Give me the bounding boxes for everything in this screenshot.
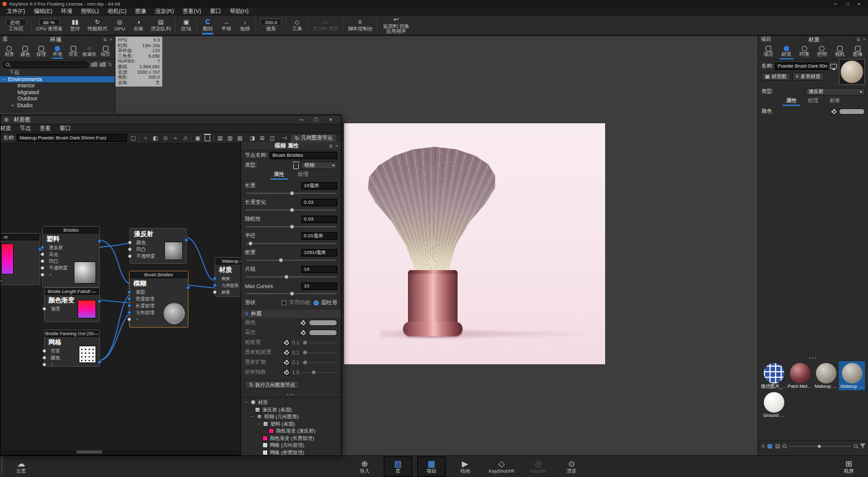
texture-map-icon[interactable] bbox=[283, 369, 290, 375]
tab-environments[interactable]: 环境 bbox=[50, 43, 66, 59]
tab-textures[interactable]: 纹理 bbox=[297, 171, 310, 180]
project-toggle-button[interactable]: ▦项目 bbox=[417, 457, 446, 477]
input-port[interactable] bbox=[127, 304, 131, 308]
list-view-icon[interactable]: ≡ bbox=[761, 443, 764, 449]
graph-maximize-button[interactable]: □ bbox=[314, 116, 317, 123]
output-port[interactable] bbox=[97, 360, 102, 364]
align-left-icon[interactable]: ◨ bbox=[248, 134, 256, 142]
tab-colors[interactable]: 颜色 bbox=[17, 43, 33, 59]
output-port[interactable] bbox=[97, 299, 102, 304]
multi-material-button[interactable]: ≡多层材质 bbox=[792, 72, 825, 81]
texture-map-icon[interactable] bbox=[300, 320, 306, 326]
folder-add-icon[interactable] bbox=[99, 62, 106, 67]
menu-window[interactable]: 窗口 bbox=[206, 7, 226, 15]
material-name-input[interactable]: Makeup Powder Brush Dark 50mm Fuzz bbox=[17, 134, 127, 142]
texture-map-icon[interactable] bbox=[831, 108, 837, 115]
library-search-input[interactable] bbox=[2, 61, 89, 68]
execute-geometry-node-button[interactable]: ↻执行几何图形节点 bbox=[245, 380, 299, 389]
density-slider[interactable]: 密度1051/毫米 bbox=[241, 247, 341, 264]
output-port[interactable] bbox=[97, 239, 102, 243]
input-port[interactable] bbox=[42, 349, 46, 353]
tree-item-environments[interactable]: −Environments bbox=[0, 76, 115, 83]
input-port[interactable] bbox=[127, 310, 131, 315]
keyvr-button[interactable]: ◎KeyVR bbox=[524, 457, 552, 477]
length-variation-value[interactable]: 0.03 bbox=[301, 199, 337, 206]
graph-minimize-button[interactable]: ─ bbox=[299, 116, 303, 123]
node-diffuse[interactable]: 漫反射 颜色 凹凸 不透明度 bbox=[130, 228, 187, 264]
menu-help[interactable]: 帮助(H) bbox=[226, 7, 254, 15]
pan-button[interactable]: ↔ 平移 bbox=[217, 15, 236, 35]
length-slider[interactable]: 长度10毫米 bbox=[241, 180, 341, 197]
roughness-value[interactable]: 0.1 bbox=[292, 339, 299, 346]
zoom-out-icon[interactable] bbox=[782, 444, 786, 448]
max-curves-slider[interactable]: Max Curves10 bbox=[241, 281, 341, 297]
preview-material-icon[interactable]: ▥ bbox=[226, 134, 234, 142]
graph-menu-material[interactable]: 材质 bbox=[1, 125, 16, 133]
roughness-slider[interactable] bbox=[302, 340, 337, 345]
shape-normal-checkbox[interactable] bbox=[281, 300, 286, 305]
switch-app-button[interactable]: ↩ 返回到 切换应用程序 bbox=[379, 15, 414, 35]
node-type-dropdown[interactable]: 模糊▾ bbox=[301, 162, 337, 169]
max-curves-value[interactable]: 10 bbox=[301, 282, 337, 290]
fov-selector[interactable]: 200.0 视角 bbox=[257, 15, 285, 35]
region-button[interactable]: ▣ 区域 bbox=[177, 15, 195, 35]
material-graph-button[interactable]: ▦材质图 bbox=[761, 72, 790, 81]
input-port[interactable] bbox=[213, 290, 217, 294]
shape-cylindrical-radio[interactable] bbox=[314, 300, 319, 305]
node-name-input[interactable]: Brush Bristles bbox=[270, 152, 337, 159]
grid-view-icon[interactable]: ▦ bbox=[767, 443, 773, 449]
menu-file[interactable]: 文件(F) bbox=[2, 7, 30, 15]
input-port[interactable] bbox=[40, 245, 45, 250]
tree-item-outdoor[interactable]: Outdoor bbox=[0, 95, 115, 102]
high-dpi-button[interactable]: ▭ 高 DPI 渲染 bbox=[309, 15, 342, 35]
tree-view-icon[interactable]: ▤ bbox=[775, 443, 781, 449]
save-icon[interactable]: ▢ bbox=[129, 134, 137, 142]
randomness-slider[interactable]: 随机性0.03 bbox=[241, 214, 341, 230]
tab-scene[interactable]: 场景 bbox=[760, 43, 777, 59]
material-thumb-wechat[interactable]: 微信图片_… bbox=[761, 361, 787, 390]
material-preview[interactable] bbox=[839, 59, 865, 85]
input-port[interactable] bbox=[128, 247, 132, 252]
undock-icon[interactable]: ⧉ bbox=[857, 37, 860, 42]
minimize-button[interactable]: ─ bbox=[834, 1, 838, 7]
realtime-render-viewport[interactable] bbox=[344, 123, 605, 364]
panel-splitter[interactable]: ••• bbox=[758, 356, 868, 361]
specular-swatch[interactable] bbox=[309, 330, 337, 336]
node-brush-bristles-fuzz[interactable]: Brush Bristles 模糊 表面 密度纹理 长度纹理 方向纹理 + bbox=[129, 271, 188, 328]
material-thumb-ground[interactable]: Ground … bbox=[761, 390, 787, 419]
add-color-icon[interactable]: ⊙ bbox=[161, 134, 169, 142]
menu-edit[interactable]: 编辑(E) bbox=[30, 7, 57, 15]
radius-slider[interactable]: 半径0.01毫米 bbox=[241, 230, 341, 247]
tab-image[interactable]: 图像 bbox=[849, 43, 867, 59]
maximize-button[interactable]: □ bbox=[846, 1, 849, 7]
density-value[interactable]: 1051/毫米 bbox=[301, 249, 337, 256]
graph-menu-view[interactable]: 查看 bbox=[35, 125, 55, 133]
tree-item-migrated[interactable]: Migrated bbox=[0, 89, 115, 96]
node-fanning-out[interactable]: Bristle Fanning Out (Sh— 网格 背景 颜色 + bbox=[44, 330, 100, 367]
performance-mode-button[interactable]: ↻ 性能模式 bbox=[84, 15, 110, 35]
dolly-button[interactable]: ↓ 推移 bbox=[236, 15, 254, 35]
close-icon[interactable]: × bbox=[335, 144, 338, 149]
cpu-usage-selector[interactable]: 88 % CPU 使用量 bbox=[33, 15, 66, 35]
align-grid-icon[interactable]: ⊞ bbox=[258, 134, 266, 142]
material-name-input[interactable]: Powder Brush Dark 50mm Fuzz bbox=[775, 63, 828, 70]
input-port[interactable] bbox=[1, 279, 2, 282]
tree-item-gradient-length[interactable]: 颜色渐变 (长度纹理) bbox=[241, 435, 341, 442]
workspace-dropdown[interactable]: 启动 bbox=[6, 19, 27, 26]
material-thumb-makeup-2-selected[interactable]: Makeup … bbox=[839, 361, 865, 390]
graph-close-button[interactable]: × bbox=[329, 116, 332, 123]
add-animation-icon[interactable]: ⚠ bbox=[181, 134, 189, 142]
tab-materials[interactable]: 材质 bbox=[1, 43, 17, 59]
trans-scatter-value[interactable]: 0.1 bbox=[292, 359, 299, 365]
texture-map-icon[interactable] bbox=[283, 349, 290, 356]
denoise-button[interactable]: ◑ 去噪 bbox=[129, 15, 148, 35]
menu-lighting[interactable]: 照明(L) bbox=[77, 7, 104, 15]
panel-splitter[interactable]: ••• bbox=[241, 392, 341, 397]
menu-view[interactable]: 查看(V) bbox=[179, 7, 206, 15]
input-port[interactable] bbox=[42, 356, 46, 360]
tree-item-gradient-diffuse[interactable]: 颜色渐变 (漫反射) bbox=[241, 427, 341, 435]
animation-button[interactable]: ▶动画 bbox=[451, 457, 479, 477]
tab-textures[interactable]: 纹理 bbox=[807, 97, 820, 106]
node-bristle-color[interactable]: or bbox=[1, 233, 40, 285]
align-right-icon[interactable]: ◫ bbox=[268, 134, 276, 142]
